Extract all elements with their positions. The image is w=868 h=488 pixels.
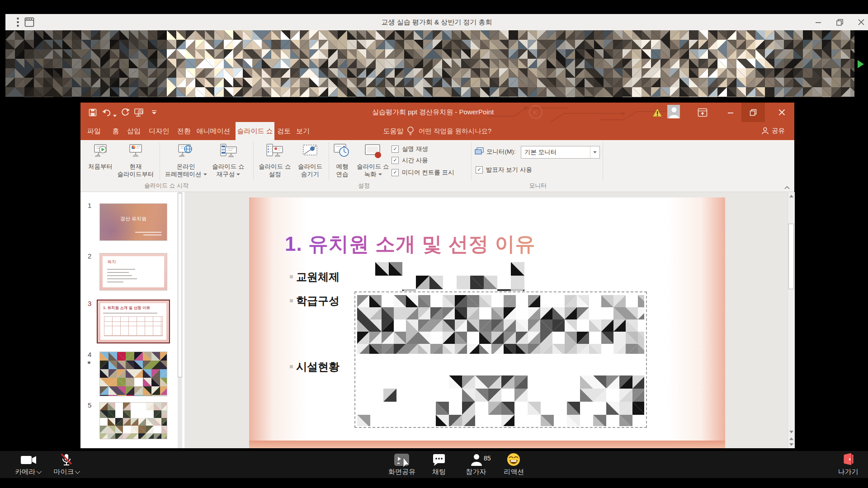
participants-count: 85 <box>484 455 491 462</box>
group-label-setup: 설정 <box>358 182 370 190</box>
from-current-slide-button[interactable]: 현재 슬라이드부터 <box>112 142 159 181</box>
leave-door-icon[interactable] <box>843 453 854 467</box>
participants-button[interactable]: 참가자 <box>466 468 486 476</box>
tab-design[interactable]: 디자인 <box>149 122 170 140</box>
tab-transitions[interactable]: 전환 <box>177 122 191 140</box>
filmstrip-next-icon[interactable] <box>857 59 865 71</box>
dropdown-arrow-icon <box>378 174 382 175</box>
tab-review[interactable]: 검토 <box>277 122 291 140</box>
checkbox-checked-icon: ✓ <box>476 166 483 174</box>
undo-dropdown-icon[interactable] <box>113 111 117 119</box>
tab-view[interactable]: 보기 <box>296 122 310 140</box>
censored-thumbnail-content <box>100 403 167 439</box>
button-label: 슬라이드 쇼 <box>349 163 396 170</box>
ppt-minimize-button[interactable] <box>724 106 737 118</box>
window-minimize-button[interactable] <box>812 17 824 28</box>
customize-quick-access-icon[interactable] <box>148 107 160 118</box>
button-label: 슬라이드 쇼 <box>205 163 252 170</box>
meeting-title: 교생 실습 평가회 & 상반기 정기 총회 <box>5 18 868 27</box>
tab-file[interactable]: 파일 <box>87 122 101 140</box>
warning-icon[interactable] <box>651 106 664 118</box>
scroll-down-icon[interactable] <box>788 429 794 435</box>
custom-slideshow-button[interactable]: 슬라이드 쇼 재구성 <box>205 142 252 181</box>
leave-label: 나가기 <box>838 468 859 476</box>
tab-home[interactable]: 홈 <box>113 122 119 140</box>
leave-button[interactable]: 나가기 <box>838 468 859 476</box>
reactions-label: 리액션 <box>504 468 524 476</box>
share-button[interactable]: 공유 <box>761 127 785 135</box>
censored-thumbnail-content <box>100 352 167 396</box>
mic-muted-icon[interactable] <box>59 453 74 469</box>
window-close-button[interactable] <box>855 17 867 28</box>
slide-number: 2 <box>88 252 91 260</box>
button-label: 슬라이드부터 <box>112 170 159 178</box>
bullet-dot <box>290 275 293 278</box>
camera-button[interactable]: 카메라 <box>15 468 41 476</box>
slide-thumbnail-3-selected[interactable]: 1. 유치원 소개 및 선정 이유 <box>97 300 170 343</box>
main-scrollbar[interactable] <box>788 192 795 448</box>
redo-icon[interactable] <box>119 107 131 118</box>
window-restore-button[interactable] <box>834 17 845 28</box>
reaction-emoji-icon[interactable] <box>507 453 520 468</box>
slide-thumbnail-1[interactable]: 경산 유치원 <box>99 203 167 241</box>
slide-bullet-1[interactable]: 교원체제 <box>296 270 340 284</box>
ppt-restore-button[interactable] <box>747 106 760 118</box>
previous-slide-icon[interactable] <box>788 436 794 442</box>
chevron-down-icon[interactable] <box>75 469 80 474</box>
undo-icon[interactable] <box>101 107 113 118</box>
mic-label: 마이크 <box>54 468 74 476</box>
scroll-up-icon[interactable] <box>788 193 794 199</box>
next-slide-icon[interactable] <box>788 441 794 448</box>
checkbox-play-narrations[interactable]: ✓ 설명 재생 <box>392 145 428 153</box>
slide-bullet-2[interactable]: 학급구성 <box>296 294 340 308</box>
tell-me-search-input[interactable]: 어떤 작업을 원하시나요? <box>419 127 491 136</box>
chevron-down-icon[interactable] <box>37 469 42 474</box>
slide-number: 5 <box>88 401 91 409</box>
tab-insert[interactable]: 삽입 <box>127 122 141 140</box>
slide-number: 1 <box>88 202 91 209</box>
animation-star-icon[interactable]: ★ <box>87 360 91 366</box>
monitor-select[interactable]: 기본 모니터 <box>521 146 600 159</box>
checkbox-use-timings[interactable]: ✓ 시간 사용 <box>392 156 428 164</box>
slide-thumbnail-2[interactable]: 목차 <box>99 253 167 291</box>
button-label: 프레젠테이션 <box>165 171 202 178</box>
start-slideshow-icon[interactable] <box>133 107 145 118</box>
slide-thumbnail-5[interactable] <box>99 402 167 439</box>
screen-share-button[interactable]: 화면공유 <box>388 468 415 476</box>
camera-icon[interactable] <box>20 455 37 467</box>
thumbnail-title: 목차 <box>107 259 116 265</box>
button-label: 온라인 <box>162 163 209 170</box>
camera-label: 카메라 <box>15 468 36 476</box>
thumbnail-title: 1. 유치원 소개 및 선정 이유 <box>103 305 150 311</box>
collapse-ribbon-icon[interactable] <box>784 183 790 192</box>
slide-thumbnail-4[interactable] <box>99 352 167 396</box>
chat-button[interactable]: 채팅 <box>432 468 446 476</box>
online-presentation-button[interactable]: 온라인 프레젠테이션 <box>162 142 209 181</box>
checkbox-show-media-controls[interactable]: ✓ 미디어 컨트롤 표시 <box>392 169 454 177</box>
participants-icon[interactable] <box>470 453 483 468</box>
slide-title[interactable]: 1. 유치원 소개 및 선정 이유 <box>285 231 536 258</box>
user-avatar[interactable] <box>667 105 680 117</box>
circuit-decoration: K <box>487 103 677 122</box>
mic-button[interactable]: 마이크 <box>54 468 80 476</box>
record-slideshow-button[interactable]: 슬라이드 쇼 녹화 <box>349 142 396 181</box>
monitor-icon <box>475 147 484 157</box>
ppt-close-button[interactable] <box>775 106 788 118</box>
main-scrollbar-thumb[interactable] <box>788 224 794 289</box>
tab-slideshow[interactable]: 슬라이드 쇼 <box>237 122 273 140</box>
panel-scrollbar-thumb[interactable] <box>178 193 182 377</box>
reactions-button[interactable]: 리액션 <box>504 468 524 476</box>
ribbon-display-options-icon[interactable] <box>696 106 709 118</box>
thumbnail-table <box>104 316 163 336</box>
chat-icon[interactable] <box>432 454 446 468</box>
select-dropdown-button[interactable] <box>590 146 599 158</box>
panel-scrollbar[interactable] <box>178 192 182 448</box>
tab-help[interactable]: 도움말 <box>383 122 404 140</box>
save-icon[interactable] <box>87 107 99 118</box>
slide-bullet-3[interactable]: 시설현황 <box>296 360 340 374</box>
monitor-select-value: 기본 모니터 <box>521 148 590 156</box>
dropdown-arrow-icon <box>236 174 240 175</box>
thumbnail-title: 경산 유치원 <box>100 216 167 222</box>
checkbox-use-presenter-view[interactable]: ✓ 발표자 보기 사용 <box>476 166 532 174</box>
tab-animations[interactable]: 애니메이션 <box>197 122 231 140</box>
